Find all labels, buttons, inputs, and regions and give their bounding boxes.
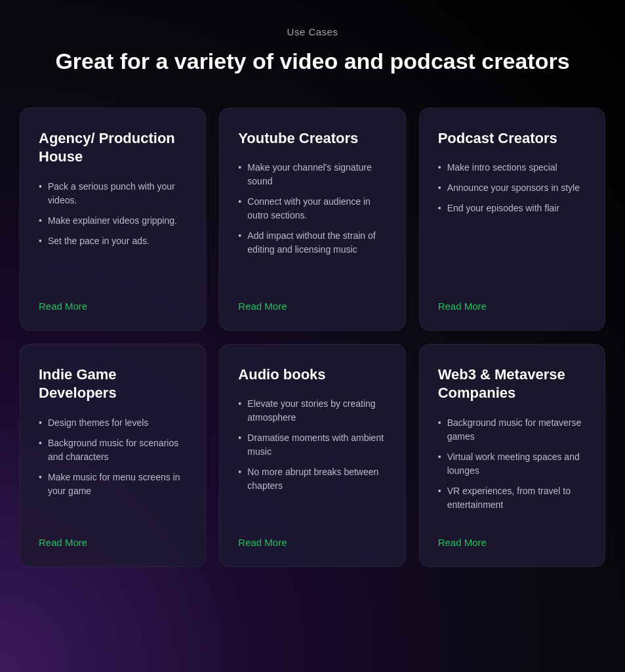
card-list-youtube: Make your channel's signature soundConne…	[238, 161, 386, 284]
card-title-podcast: Podcast Creators	[438, 129, 586, 148]
read-more-audiobooks[interactable]: Read More	[238, 537, 386, 548]
card-web3: Web3 & Metaverse CompaniesBackground mus…	[419, 344, 605, 567]
list-item: Set the pace in your ads.	[39, 234, 187, 248]
list-item: Virtual work meeting spaces and lounges	[438, 450, 586, 478]
list-item: Make your channel's signature sound	[238, 161, 386, 188]
list-item: Background music for scenarios and chara…	[39, 436, 187, 464]
section-title: Great for a variety of video and podcast…	[20, 48, 605, 75]
list-item: VR experiences, from travel to entertain…	[438, 484, 586, 512]
list-item: No more abrupt breaks between chapters	[238, 465, 386, 493]
list-item: Connect with your audience in outro sect…	[238, 195, 386, 222]
card-title-indie: Indie Game Developers	[39, 366, 187, 403]
card-audiobooks: Audio booksElevate your stories by creat…	[219, 344, 405, 567]
read-more-web3[interactable]: Read More	[438, 537, 586, 548]
card-list-podcast: Make intro sections specialAnnounce your…	[438, 161, 586, 284]
card-list-audiobooks: Elevate your stories by creating atmosph…	[238, 397, 386, 520]
card-podcast: Podcast CreatorsMake intro sections spec…	[419, 108, 605, 331]
card-indie: Indie Game DevelopersDesign themes for l…	[20, 344, 206, 567]
list-item: Make intro sections special	[438, 161, 586, 175]
card-agency: Agency/ Production HousePack a serious p…	[20, 108, 206, 331]
read-more-indie[interactable]: Read More	[39, 537, 187, 548]
list-item: Design themes for levels	[39, 416, 187, 430]
card-list-agency: Pack a serious punch with your videos.Ma…	[39, 180, 187, 285]
list-item: Background music for metaverse games	[438, 416, 586, 444]
read-more-agency[interactable]: Read More	[39, 301, 187, 312]
card-title-web3: Web3 & Metaverse Companies	[438, 366, 586, 403]
card-title-agency: Agency/ Production House	[39, 129, 187, 167]
read-more-podcast[interactable]: Read More	[438, 301, 586, 312]
list-item: End your episodes with flair	[438, 201, 586, 215]
card-title-youtube: Youtube Creators	[238, 129, 386, 148]
list-item: Announce your sponsors in style	[438, 181, 586, 195]
list-item: Make explainer videos gripping.	[39, 214, 187, 228]
card-list-indie: Design themes for levelsBackground music…	[39, 416, 187, 521]
list-item: Pack a serious punch with your videos.	[39, 180, 187, 207]
card-list-web3: Background music for metaverse gamesVirt…	[438, 416, 586, 521]
card-youtube: Youtube CreatorsMake your channel's sign…	[219, 108, 405, 331]
list-item: Dramatise moments with ambient music	[238, 431, 386, 459]
list-item: Elevate your stories by creating atmosph…	[238, 397, 386, 425]
list-item: Make music for menu screens in your game	[39, 471, 187, 498]
read-more-youtube[interactable]: Read More	[238, 301, 386, 312]
list-item: Add impact without the strain of editing…	[238, 229, 386, 257]
cards-grid: Agency/ Production HousePack a serious p…	[20, 108, 605, 567]
section-label: Use Cases	[20, 26, 605, 37]
card-title-audiobooks: Audio books	[238, 366, 386, 385]
